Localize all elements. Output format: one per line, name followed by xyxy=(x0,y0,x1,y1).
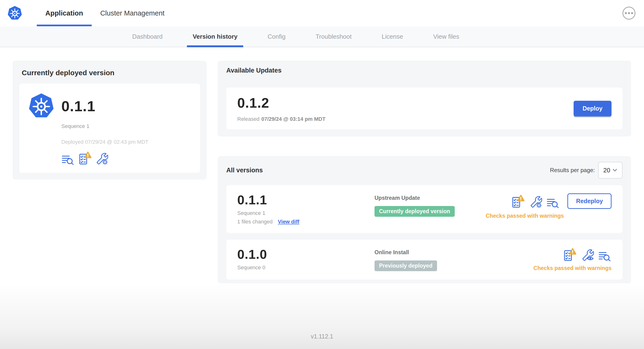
current-version-column: Currently deployed version 0.1.1 Sequenc… xyxy=(13,61,207,180)
version-row-info: 0.1.0 Sequence 0 xyxy=(237,248,374,271)
preflight-checklist-warning-icon[interactable] xyxy=(78,151,92,165)
row-version-number: 0.1.1 xyxy=(237,193,374,206)
subnav-tab-label: Config xyxy=(268,33,286,40)
diff-lines-magnifier-icon[interactable] xyxy=(61,151,75,165)
subnav-tab-label: Dashboard xyxy=(132,33,162,40)
released-date: 07/29/24 @ 03:14 pm MDT xyxy=(261,116,325,122)
subnav-tab-label: Troubleshoot xyxy=(316,33,352,40)
admin-console-page: Application Cluster Management Dashboard… xyxy=(0,0,644,349)
row-sequence-label: Sequence 1 xyxy=(237,210,374,216)
versions-column: Available Updates 0.1.2 Released07/29/24… xyxy=(218,61,631,283)
available-version-number: 0.1.2 xyxy=(237,95,325,111)
page-footer: v1.112.1 xyxy=(0,283,644,349)
all-versions-title: All versions xyxy=(226,166,263,174)
subnav-tab-dashboard[interactable]: Dashboard xyxy=(126,26,168,47)
tab-application-label: Application xyxy=(45,9,83,17)
currently-deployed-card: 0.1.1 Sequence 1 Deployed 07/29/24 @ 02:… xyxy=(19,84,200,173)
kubernetes-logo-icon xyxy=(7,6,22,21)
available-update-info: 0.1.2 Released07/29/24 @ 03:14 pm MDT xyxy=(237,95,325,122)
deployed-status-badge: Currently deployed version xyxy=(374,206,455,217)
redeploy-button[interactable]: Redeploy xyxy=(568,193,612,209)
subnav-tab-config[interactable]: Config xyxy=(262,26,291,47)
results-per-page-select[interactable]: 20 xyxy=(598,162,622,178)
header-spacer xyxy=(173,0,622,26)
all-versions-panel: All versions Results per page: 20 0.1.1 … xyxy=(218,156,631,283)
current-deployed-timestamp: Deployed 07/29/24 @ 02:43 pm MDT xyxy=(61,139,192,145)
version-row-actions: Checks passed with warnings xyxy=(534,248,612,272)
deploy-button[interactable]: Deploy xyxy=(574,101,612,116)
wrench-gear-icon[interactable] xyxy=(95,151,108,165)
available-released-line: Released07/29/24 @ 03:14 pm MDT xyxy=(237,116,325,122)
results-per-page-label: Results per page: xyxy=(550,167,595,174)
wrench-gear-icon[interactable] xyxy=(529,194,542,208)
row-source-label: Online Install xyxy=(374,249,534,256)
available-updates-panel: Available Updates 0.1.2 Released07/29/24… xyxy=(218,61,631,136)
row-action-icons: Redeploy xyxy=(511,193,612,209)
chevron-down-icon xyxy=(612,168,617,172)
diff-lines-magnifier-icon[interactable] xyxy=(598,248,612,261)
ellipsis-dot xyxy=(625,12,627,14)
currently-deployed-panel: Currently deployed version 0.1.1 Sequenc… xyxy=(13,61,207,180)
subnav-tab-view-files[interactable]: View files xyxy=(428,26,465,47)
checks-status-text: Checks passed with warnings xyxy=(534,265,612,272)
results-per-page-value: 20 xyxy=(604,166,610,174)
checks-status-text: Checks passed with warnings xyxy=(486,213,564,219)
row-action-icons xyxy=(563,248,612,261)
ellipsis-dot xyxy=(631,12,633,14)
deployed-status-badge: Previously deployed xyxy=(374,260,437,271)
ellipsis-dot xyxy=(628,12,630,14)
subnav-tab-troubleshoot[interactable]: Troubleshoot xyxy=(310,26,357,47)
current-version-actions xyxy=(61,151,192,165)
subnav-tab-license[interactable]: License xyxy=(376,26,409,47)
row-sequence-label: Sequence 0 xyxy=(237,264,374,271)
view-diff-link[interactable]: View diff xyxy=(278,219,299,225)
current-version-number: 0.1.1 xyxy=(61,98,96,114)
version-row-info: 0.1.1 Sequence 1 1 files changed View di… xyxy=(237,193,374,225)
preflight-checklist-warning-icon[interactable] xyxy=(563,248,576,261)
row-version-number: 0.1.0 xyxy=(237,248,374,261)
diff-lines-magnifier-icon[interactable] xyxy=(546,194,560,208)
current-sequence-label: Sequence 1 xyxy=(61,123,192,130)
tab-application[interactable]: Application xyxy=(37,0,92,26)
all-versions-header: All versions Results per page: 20 xyxy=(226,162,622,178)
subnav-tab-label: View files xyxy=(433,33,459,40)
app-subnav: Dashboard Version history Config Trouble… xyxy=(0,26,644,47)
version-row-actions: Redeploy Checks passed with warnings xyxy=(486,193,612,219)
console-version-label: v1.112.1 xyxy=(311,333,333,349)
main-content: Currently deployed version 0.1.1 Sequenc… xyxy=(0,47,644,283)
top-header: Application Cluster Management xyxy=(0,0,644,26)
current-version-meta: Sequence 1 Deployed 07/29/24 @ 02:43 pm … xyxy=(61,123,192,165)
currently-deployed-title: Currently deployed version xyxy=(22,69,200,77)
tab-cluster-management-label: Cluster Management xyxy=(100,9,164,17)
version-row-source: Online Install Previously deployed xyxy=(374,248,534,271)
ellipsis-menu-button[interactable] xyxy=(622,7,636,20)
wrench-eye-icon[interactable] xyxy=(580,248,594,261)
available-updates-title: Available Updates xyxy=(226,67,622,74)
app-logo xyxy=(7,0,22,26)
tab-cluster-management[interactable]: Cluster Management xyxy=(92,0,173,26)
available-update-card: 0.1.2 Released07/29/24 @ 03:14 pm MDT De… xyxy=(226,88,622,130)
current-version-row: 0.1.1 xyxy=(28,92,192,119)
preflight-checklist-warning-icon[interactable] xyxy=(511,194,524,208)
row-files-changed: 1 files changed View diff xyxy=(237,219,374,225)
subnav-tab-label: License xyxy=(382,33,403,40)
files-changed-label: 1 files changed xyxy=(237,219,272,225)
version-row-0-1-0: 0.1.0 Sequence 0 Online Install Previous… xyxy=(226,240,622,280)
subnav-tab-version-history[interactable]: Version history xyxy=(187,26,243,47)
version-row-0-1-1: 0.1.1 Sequence 1 1 files changed View di… xyxy=(226,185,622,233)
released-prefix: Released xyxy=(237,116,260,122)
kubernetes-logo-icon xyxy=(28,92,55,119)
subnav-tab-label: Version history xyxy=(193,33,238,40)
version-row-source: Upstream Update Currently deployed versi… xyxy=(374,193,486,217)
row-source-label: Upstream Update xyxy=(374,195,486,201)
